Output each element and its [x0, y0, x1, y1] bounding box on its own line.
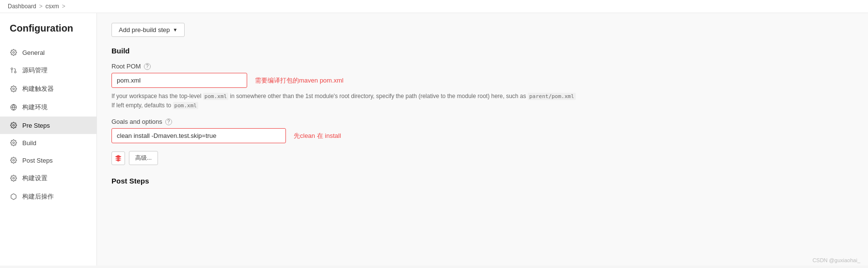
sidebar-item-source-label: 源码管理 [22, 66, 47, 75]
dropdown-arrow-icon: ▼ [173, 27, 178, 33]
sidebar-item-post-build-label: 构建后操作 [22, 192, 54, 201]
svg-point-7 [13, 124, 15, 126]
watermark: CSDN @guxiaohai_ [812, 257, 860, 263]
gear-icon [10, 49, 17, 56]
hint-line1: If your workspace has the top-level [111, 93, 201, 100]
action-bar: 高级... [111, 151, 853, 165]
git-icon [10, 67, 17, 74]
sidebar: Configuration General 源码管理 构建触发器 构建环境 [0, 13, 97, 266]
pre-steps-icon [10, 121, 17, 129]
sidebar-item-general[interactable]: General [0, 44, 96, 61]
post-steps-section-title: Post Steps [111, 177, 853, 185]
sidebar-item-general-label: General [22, 49, 45, 56]
hint-pom2: pom.xml [173, 102, 198, 109]
sidebar-item-build-trigger-label: 构建触发器 [22, 84, 54, 93]
sidebar-item-build[interactable]: Build [0, 134, 96, 151]
breadcrumb-csxm[interactable]: csxm [46, 3, 59, 10]
sidebar-item-post-steps-label: Post Steps [22, 157, 53, 164]
hint-parent: parent/pom.xml [528, 93, 576, 100]
root-pom-input[interactable] [111, 73, 247, 88]
goals-input-row: 先clean 在 install [111, 128, 853, 143]
hint-line2: in somewhere other than the 1st module's… [230, 93, 526, 100]
sidebar-item-build-label: Build [22, 139, 36, 147]
goals-annotation: 先clean 在 install [294, 132, 341, 140]
sidebar-item-post-build[interactable]: 构建后操作 [0, 187, 96, 206]
add-prebuild-step-button[interactable]: Add pre-build step ▼ [111, 23, 185, 37]
sidebar-item-pre-steps-label: Pre Steps [22, 122, 50, 129]
goals-help-icon[interactable]: ? [165, 118, 172, 125]
add-prebuild-step-label: Add pre-build step [119, 26, 170, 34]
root-pom-annotation: 需要编译打包的maven pom.xml [255, 76, 344, 85]
breadcrumb-dashboard[interactable]: Dashboard [8, 3, 36, 10]
build-icon [10, 139, 17, 147]
build-section-title: Build [111, 47, 853, 55]
sidebar-item-build-env[interactable]: 构建环境 [0, 98, 96, 117]
globe-icon [10, 103, 17, 111]
breadcrumb-sep-1: > [39, 3, 43, 10]
sidebar-title: Configuration [0, 23, 96, 44]
svg-point-0 [13, 51, 15, 53]
sidebar-item-post-steps[interactable]: Post Steps [0, 151, 96, 169]
hint-pom1: pom.xml [203, 93, 228, 100]
goals-field: Goals and options ? 先clean 在 install [111, 118, 853, 143]
sidebar-item-build-trigger[interactable]: 构建触发器 [0, 80, 96, 98]
svg-point-2 [11, 68, 13, 70]
sidebar-item-build-settings[interactable]: 构建设置 [0, 169, 96, 187]
post-steps-icon [10, 156, 17, 164]
advanced-button[interactable]: 高级... [129, 151, 158, 165]
root-pom-hint: If your workspace has the top-level pom.… [111, 92, 853, 110]
goals-input[interactable] [111, 128, 286, 143]
breadcrumb: Dashboard > csxm > [0, 0, 868, 13]
goals-label: Goals and options ? [111, 118, 853, 125]
breadcrumb-sep-2: > [62, 3, 65, 10]
sidebar-item-source[interactable]: 源码管理 [0, 61, 96, 80]
sidebar-item-build-settings-label: 构建设置 [22, 174, 47, 183]
svg-point-10 [13, 177, 15, 179]
root-pom-field: Root POM ? 需要编译打包的maven pom.xml If your … [111, 63, 853, 110]
svg-point-9 [13, 159, 15, 161]
maven-icon-button[interactable] [111, 151, 125, 165]
hint-line3: If left empty, defaults to [111, 102, 171, 109]
trigger-icon [10, 85, 17, 93]
svg-point-4 [13, 88, 15, 90]
sidebar-item-pre-steps[interactable]: Pre Steps [0, 117, 96, 134]
root-pom-label: Root POM ? [111, 63, 853, 70]
main-content: Add pre-build step ▼ Build Root POM ? 需要… [97, 13, 868, 266]
box-icon [10, 193, 17, 201]
svg-point-1 [15, 71, 16, 73]
build-settings-icon [10, 174, 17, 182]
root-pom-input-row: 需要编译打包的maven pom.xml [111, 73, 853, 88]
root-pom-help-icon[interactable]: ? [144, 63, 151, 70]
sidebar-item-build-env-label: 构建环境 [22, 103, 47, 112]
svg-point-8 [13, 142, 15, 144]
